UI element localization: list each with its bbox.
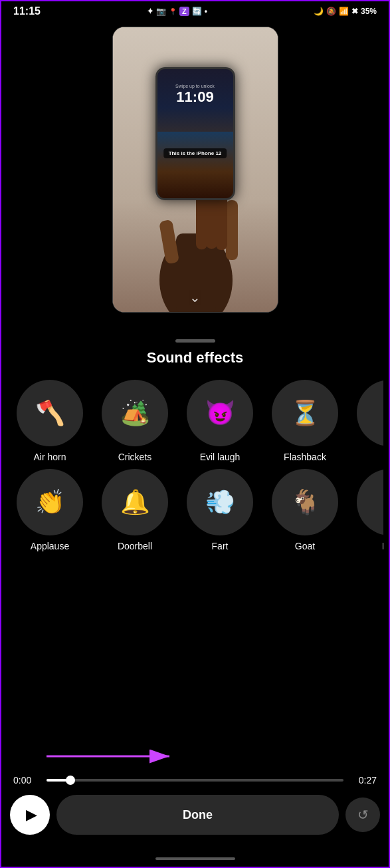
goat-label: Goat — [295, 541, 315, 551]
status-bar: 11:15 ✦ 📷 📍 Z 🔄 • 🌙 🔕 📶 ✖ 35% — [0, 0, 390, 23]
moon-icon: 🌙 — [314, 7, 324, 16]
status-right-icons: 🌙 🔕 📶 ✖ 35% — [314, 7, 377, 16]
air-horn-label: Air horn — [33, 452, 66, 462]
fart-circle[interactable]: 💨 — [187, 469, 253, 535]
instagram-icon: 📷 — [156, 7, 166, 16]
bottom-sheet-handle — [175, 339, 215, 343]
flashback-label: Flashback — [284, 452, 326, 462]
dot-icon: • — [205, 7, 207, 16]
mute-icon: 🔕 — [326, 7, 336, 16]
reset-button[interactable]: ↺ — [345, 797, 380, 832]
timeline-row: 0:00 0:27 — [13, 775, 377, 786]
crickets-icon: 🏕️ — [120, 399, 150, 427]
svg-rect-5 — [206, 192, 217, 249]
applause-circle[interactable]: 👏 — [17, 469, 83, 535]
crickets-circle[interactable]: 🏕️ — [102, 380, 168, 446]
svg-rect-4 — [216, 194, 227, 250]
more-1-circle[interactable]: ▶ — [357, 380, 383, 446]
effect-item-doorbell[interactable]: 🔔 Doorbell — [95, 469, 175, 551]
section-title: Sound effects — [7, 349, 383, 366]
effect-item-flashback[interactable]: ⏳ Flashback — [265, 380, 345, 462]
flashback-icon: ⏳ — [290, 399, 320, 427]
effect-item-goat[interactable]: 🐐 Goat — [265, 469, 345, 551]
current-time: 0:00 — [13, 775, 40, 786]
effect-item-more-1[interactable]: ▶ — [350, 380, 383, 462]
doorbell-label: Doorbell — [118, 541, 152, 551]
status-time: 11:15 — [13, 5, 41, 17]
effects-row-1: 🪓 Air horn 🏕️ Crickets 😈 Evil laugh ⏳ Fl… — [7, 380, 383, 462]
goat-circle[interactable]: 🐐 — [272, 469, 338, 535]
total-time: 0:27 — [350, 775, 377, 786]
crickets-label: Crickets — [118, 452, 152, 462]
effect-item-applause[interactable]: 👏 Applause — [10, 469, 90, 551]
evil-laugh-icon: 😈 — [205, 399, 235, 427]
effect-item-more-2[interactable]: ▶ Pl... — [350, 469, 383, 551]
fart-label: Fart — [212, 541, 229, 551]
video-preview: Swipe up to unlock 11:09 This is the iPh… — [112, 27, 278, 313]
effect-item-evil-laugh[interactable]: 😈 Evil laugh — [180, 380, 260, 462]
svg-rect-3 — [226, 200, 238, 260]
timeline-track[interactable] — [47, 779, 343, 782]
inner-phone-subtitle: Swipe up to unlock — [175, 84, 215, 88]
inner-phone-time: 11:09 — [176, 88, 213, 106]
inner-phone-display: Swipe up to unlock 11:09 This is the iPh… — [155, 67, 235, 200]
wifi-icon: 📶 — [339, 7, 349, 16]
goat-icon: 🐐 — [290, 488, 320, 516]
air-horn-icon: 🪓 — [35, 399, 65, 427]
effect-item-crickets[interactable]: 🏕️ Crickets — [95, 380, 175, 462]
reset-icon: ↺ — [357, 807, 369, 823]
applause-icon: 👏 — [35, 488, 65, 516]
battery-icon: 35% — [361, 7, 377, 16]
doorbell-icon: 🔔 — [120, 488, 150, 516]
effects-row-2: 👏 Applause 🔔 Doorbell 💨 Fart 🐐 Goat ▶ — [7, 469, 383, 551]
z-app-icon: Z — [179, 7, 189, 16]
status-icons: ✦ 📷 📍 Z 🔄 • — [147, 7, 207, 16]
svg-rect-6 — [196, 195, 207, 249]
air-horn-circle[interactable]: 🪓 — [17, 380, 83, 446]
evil-laugh-label: Evil laugh — [200, 452, 241, 462]
sync-icon: 🔄 — [192, 7, 202, 16]
play-button[interactable]: ▶ — [10, 795, 50, 835]
grid-icon: ✦ — [147, 7, 153, 16]
phone-in-hand-background: Swipe up to unlock 11:09 This is the iPh… — [113, 27, 278, 312]
done-button[interactable]: Done — [56, 795, 339, 835]
play-icon: ▶ — [26, 806, 37, 823]
applause-label: Applause — [31, 541, 69, 551]
more-2-circle[interactable]: ▶ — [357, 469, 383, 535]
inner-phone-label: This is the iPhone 12 — [163, 148, 227, 158]
location-icon: 📍 — [169, 8, 177, 15]
playback-arrow — [47, 743, 179, 770]
cellular-icon: ✖ — [351, 7, 358, 16]
done-label: Done — [183, 808, 213, 822]
more-2-label: Pl... — [382, 541, 383, 551]
flashback-circle[interactable]: ⏳ — [272, 380, 338, 446]
doorbell-circle[interactable]: 🔔 — [102, 469, 168, 535]
evil-laugh-circle[interactable]: 😈 — [187, 380, 253, 446]
chevron-down-icon[interactable]: ⌄ — [189, 289, 201, 305]
sound-effects-section: Sound effects 🪓 Air horn 🏕️ Crickets 😈 E… — [0, 349, 390, 558]
effect-item-air-horn[interactable]: 🪓 Air horn — [10, 380, 90, 462]
effect-item-fart[interactable]: 💨 Fart — [180, 469, 260, 551]
timeline-thumb[interactable] — [66, 776, 75, 785]
bottom-nav-indicator — [155, 857, 235, 860]
bottom-controls: ▶ Done ↺ — [0, 795, 390, 835]
fart-icon: 💨 — [205, 488, 235, 516]
playback-section: 0:00 0:27 — [0, 775, 390, 788]
